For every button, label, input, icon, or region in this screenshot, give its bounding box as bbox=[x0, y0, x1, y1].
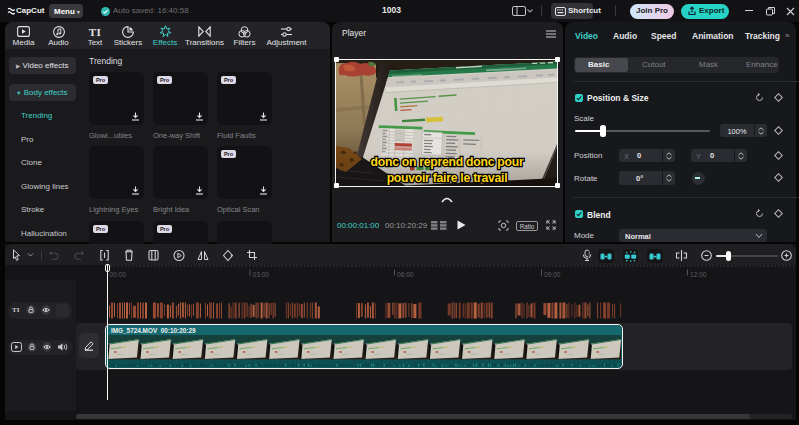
svg-text:pouvoir faire le travail: pouvoir faire le travail bbox=[387, 170, 508, 184]
svg-text:donc on reprend donc pour: donc on reprend donc pour bbox=[371, 155, 524, 169]
svg-text:00:00: 00:00 bbox=[110, 271, 127, 278]
svg-text:09:00: 09:00 bbox=[544, 271, 561, 278]
svg-text:03:00: 03:00 bbox=[253, 271, 270, 278]
svg-text:06:00: 06:00 bbox=[397, 271, 414, 278]
svg-text:12:00: 12:00 bbox=[690, 271, 707, 278]
